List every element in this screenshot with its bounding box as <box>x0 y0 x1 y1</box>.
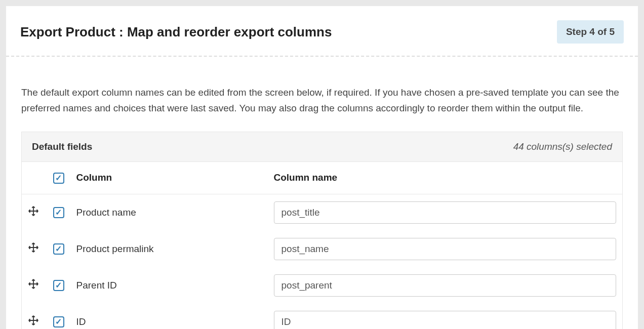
column-label: Product name <box>70 194 268 231</box>
table-header-column-name: Column name <box>268 162 623 194</box>
table-row: Product permalink <box>22 231 623 267</box>
column-name-input[interactable] <box>274 274 617 297</box>
column-name-input[interactable] <box>274 201 617 224</box>
columns-selected-count: 44 columns(s) selected <box>513 141 612 152</box>
fields-section: Default fields 44 columns(s) selected Co… <box>21 132 623 329</box>
page-title: Export Product : Map and reorder export … <box>20 24 332 40</box>
columns-table: Column Column name Product nameProduct p… <box>21 162 623 329</box>
table-header-drag <box>22 162 47 194</box>
panel-header: Export Product : Map and reorder export … <box>6 6 638 57</box>
table-row: ID <box>22 304 623 329</box>
step-badge: Step 4 of 5 <box>557 20 624 44</box>
table-header-column: Column <box>70 162 268 194</box>
export-panel: Export Product : Map and reorder export … <box>6 6 638 329</box>
drag-handle-icon[interactable] <box>28 315 39 326</box>
column-label: Product permalink <box>70 231 268 267</box>
select-all-checkbox[interactable] <box>53 173 64 184</box>
table-header-row: Column Column name <box>22 162 623 194</box>
row-checkbox[interactable] <box>53 207 64 218</box>
row-checkbox[interactable] <box>53 316 64 327</box>
fields-section-header: Default fields 44 columns(s) selected <box>21 132 623 162</box>
column-name-input[interactable] <box>274 311 617 329</box>
column-name-input[interactable] <box>274 238 617 260</box>
column-label: ID <box>70 304 268 329</box>
table-row: Parent ID <box>22 267 623 304</box>
table-row: Product name <box>22 194 623 231</box>
table-header-checkbox <box>47 162 70 194</box>
drag-handle-icon[interactable] <box>28 242 39 253</box>
row-checkbox[interactable] <box>53 243 64 255</box>
drag-handle-icon[interactable] <box>28 205 39 217</box>
drag-handle-icon[interactable] <box>28 278 39 290</box>
page-description: The default export column names can be e… <box>6 57 638 132</box>
fields-section-title: Default fields <box>32 141 92 152</box>
row-checkbox[interactable] <box>53 280 64 291</box>
column-label: Parent ID <box>70 267 268 304</box>
